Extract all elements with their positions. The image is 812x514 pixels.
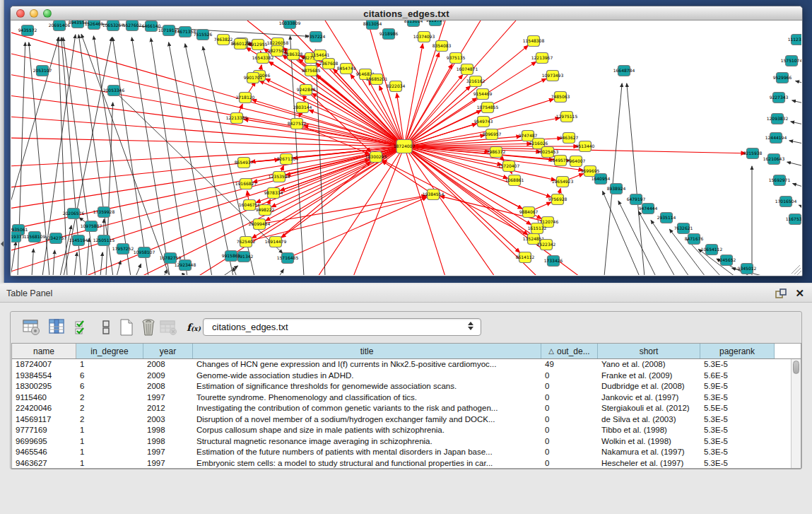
table-cell[interactable]: 14569117 (12, 414, 76, 426)
table-cell[interactable]: 1998 (143, 436, 193, 448)
table-cell[interactable]: 0 (541, 370, 598, 382)
table-cell[interactable]: 18724007 (12, 359, 76, 370)
table-cell[interactable]: 2 (76, 414, 143, 426)
graph-edge[interactable] (259, 196, 426, 224)
close-panel-icon[interactable]: ✕ (795, 287, 804, 300)
table-cell[interactable]: 5.3E-5 (700, 447, 775, 458)
network-canvas[interactable]: 9435572206914068943557152646110653267152… (11, 21, 801, 275)
table-cell[interactable]: 0 (541, 458, 598, 469)
table-cell[interactable]: 2 (76, 392, 143, 404)
column-header-short[interactable]: short (598, 344, 700, 358)
column-header-name[interactable]: name (12, 344, 76, 358)
table-row[interactable]: 1872400712008Changes of HCN gene express… (12, 359, 791, 370)
table-cell[interactable]: 0 (541, 414, 598, 426)
table-cell[interactable]: 0 (541, 403, 598, 414)
delete-table-button-disabled[interactable] (159, 317, 179, 337)
graph-edge[interactable] (32, 249, 33, 275)
graph-edge[interactable] (136, 264, 141, 275)
column-header-title[interactable]: title (193, 344, 541, 358)
table-cell[interactable]: 5.3E-5 (700, 425, 775, 436)
graph-edge[interactable] (169, 42, 212, 275)
table-cell[interactable]: Tibbo et al. (1998) (598, 425, 700, 436)
table-cell[interactable]: 2012 (143, 403, 193, 414)
table-cell[interactable]: 1997 (143, 458, 193, 469)
table-cell[interactable]: 0 (541, 425, 598, 436)
graph-edge[interactable] (793, 184, 801, 189)
table-cell[interactable]: Embryonic stem cells: a model to study s… (193, 458, 541, 469)
table-cell[interactable]: 0 (541, 392, 598, 404)
graph-edge[interactable] (791, 122, 801, 126)
table-cell[interactable]: 22420046 (12, 403, 76, 414)
graph-edge[interactable] (74, 252, 77, 275)
column-header-in_degree[interactable]: in_degree (76, 344, 143, 358)
select-columns-button[interactable] (47, 317, 67, 337)
window-resize-grip[interactable] (792, 265, 801, 275)
table-cell[interactable]: Stergiakouli et al. (2012) (598, 403, 700, 414)
graph-edge[interactable] (112, 37, 148, 275)
graph-edge[interactable] (281, 146, 404, 238)
select-all-rows-button[interactable] (73, 317, 93, 337)
graph-edge[interactable] (86, 238, 89, 275)
graph-edge[interactable] (309, 110, 404, 146)
window-titlebar[interactable]: citations_edges.txt (11, 6, 802, 21)
table-cell[interactable]: 9115460 (12, 392, 76, 404)
graph-edge[interactable] (259, 81, 404, 146)
graph-edge[interactable] (53, 250, 54, 275)
table-row[interactable]: 969969511998Structural magnetic resonanc… (12, 436, 791, 448)
table-cell[interactable]: 5.5E-5 (700, 403, 775, 414)
graph-edge[interactable] (246, 196, 426, 242)
table-cell[interactable]: Tourette syndrome. Phenomenology and cla… (193, 392, 541, 404)
table-cell[interactable]: 0 (541, 436, 598, 448)
table-cell[interactable]: 5.3E-5 (700, 392, 775, 404)
table-cell[interactable]: Franke et al. (2009) (598, 370, 700, 382)
table-cell[interactable]: 2008 (143, 381, 193, 392)
table-cell[interactable]: 9699695 (12, 436, 76, 448)
table-cell[interactable]: 6 (76, 370, 143, 382)
graph-edge[interactable] (233, 267, 237, 275)
control-panel-collapsed-strip[interactable] (0, 0, 4, 283)
table-cell[interactable]: 1 (76, 436, 143, 448)
graph-edge[interactable] (279, 269, 283, 275)
column-header-out_de[interactable]: △out_de... (541, 344, 598, 358)
table-settings-button[interactable] (22, 317, 42, 337)
table-row[interactable]: 2242004622012Investigating the contribut… (12, 403, 791, 414)
table-cell[interactable]: 1997 (143, 392, 193, 404)
table-selector-dropdown[interactable]: citations_edges.txt (203, 318, 481, 336)
table-cell[interactable]: Disruption of a novel member of a sodium… (193, 414, 541, 426)
table-cell[interactable]: 5.9E-5 (700, 381, 775, 392)
table-row[interactable]: 1456911722003Disruption of a novel membe… (12, 414, 791, 426)
table-cell[interactable]: 0 (541, 381, 598, 392)
table-row[interactable]: 977716911998Corpus callosum shape and si… (12, 425, 791, 436)
table-cell[interactable]: 5.3E-5 (700, 458, 775, 469)
graph-edge[interactable] (164, 269, 167, 275)
table-cell[interactable]: 5.6E-5 (700, 370, 775, 382)
table-cell[interactable]: 9463627 (12, 458, 76, 469)
table-cell[interactable]: Estimation of the future numbers of pati… (193, 447, 541, 458)
table-row[interactable]: 946362711997Embryonic stem cells: a mode… (12, 458, 791, 469)
table-cell[interactable]: 6 (76, 381, 143, 392)
column-header-pagerank[interactable]: pagerank (700, 344, 775, 358)
table-cell[interactable]: Hescheler et al. (1997) (598, 458, 700, 469)
table-cell[interactable]: 1997 (143, 447, 193, 458)
table-cell[interactable]: 9777169 (12, 425, 76, 436)
table-cell[interactable]: de Silva et al. (2003) (598, 414, 700, 426)
table-cell[interactable]: Jankovic et al. (1997) (598, 392, 700, 404)
graph-edge[interactable] (11, 37, 59, 233)
table-cell[interactable]: 49 (541, 359, 598, 370)
table-row[interactable]: 946554611997Estimation of the future num… (12, 447, 791, 458)
table-cell[interactable]: 19384554 (12, 370, 76, 382)
float-panel-icon[interactable] (775, 288, 787, 299)
graph-edge[interactable] (799, 205, 801, 209)
table-cell[interactable]: 2008 (143, 359, 193, 370)
table-cell[interactable]: 5.3E-5 (700, 414, 775, 426)
table-cell[interactable]: 5.3E-5 (700, 359, 775, 370)
graph-edge[interactable] (792, 100, 801, 105)
vertical-scrollbar[interactable] (791, 359, 801, 468)
table-cell[interactable]: Investigating the contribution of common… (193, 403, 541, 414)
citation-graph[interactable]: 9435572206914068943557152646110653267152… (11, 21, 801, 275)
graph-edge[interactable] (404, 75, 463, 146)
new-column-button[interactable] (117, 317, 136, 337)
graph-edge[interactable] (185, 44, 233, 275)
table-cell[interactable]: Yano et al. (2008) (598, 359, 700, 370)
table-cell[interactable]: Genome-wide association studies in ADHD. (193, 370, 541, 382)
